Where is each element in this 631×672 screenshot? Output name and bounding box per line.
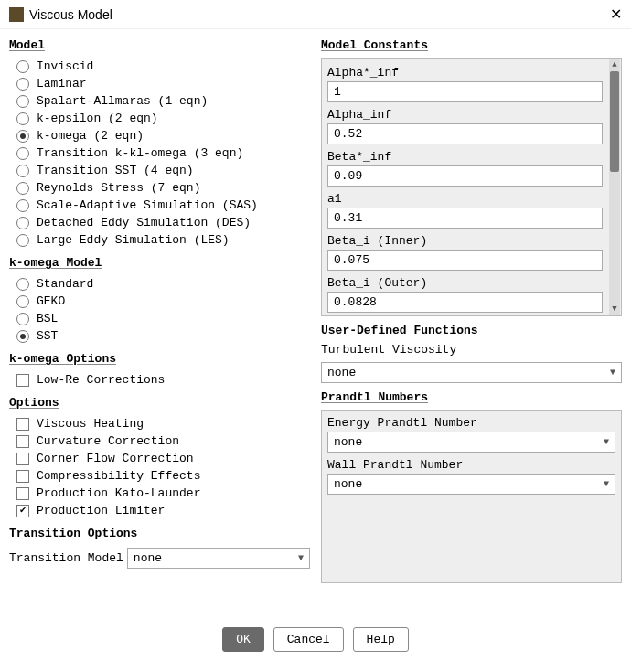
radio-icon	[16, 313, 29, 325]
model-radio[interactable]: Laminar	[9, 75, 310, 92]
radio-icon	[16, 112, 29, 125]
option-check[interactable]: Curvature Correction	[9, 432, 310, 450]
radio-label: Laminar	[37, 77, 87, 91]
radio-label: SST	[37, 329, 58, 343]
app-icon	[9, 7, 24, 22]
checkbox-label: Low-Re Corrections	[37, 373, 165, 387]
prandtl-label: Wall Prandtl Number	[327, 458, 615, 472]
udf-field-label: Turbulent Viscosity	[321, 343, 622, 357]
model-radio[interactable]: Spalart-Allmaras (1 eqn)	[9, 92, 310, 110]
option-check[interactable]: Production Limiter	[9, 502, 310, 519]
komega-radio[interactable]: BSL	[9, 310, 310, 327]
udf-value: none	[327, 366, 356, 379]
model-radio[interactable]: Detached Eddy Simulation (DES)	[9, 214, 310, 231]
radio-label: k-epsilon (2 eqn)	[37, 112, 158, 125]
group-udf: User-Defined Functions	[321, 324, 622, 337]
komega-radio[interactable]: Standard	[9, 275, 310, 293]
close-icon[interactable]: ✕	[610, 5, 622, 23]
window-title: Viscous Model	[29, 7, 112, 22]
prandtl-dropdown[interactable]: none▼	[327, 432, 615, 453]
radio-icon	[16, 217, 29, 229]
right-column: Model Constants Alpha*_infAlpha_infBeta*…	[316, 35, 627, 614]
prandtl-value: none	[334, 477, 362, 491]
group-komega-options: k-omega Options	[9, 352, 310, 366]
radio-icon	[16, 60, 29, 73]
option-check[interactable]: Compressibility Effects	[9, 467, 310, 485]
checkbox-label: Production Limiter	[37, 504, 165, 517]
transition-model-label: Transition Model	[9, 551, 123, 565]
cancel-button[interactable]: Cancel	[273, 627, 344, 652]
radio-label: k-omega (2 eqn)	[37, 129, 144, 143]
transition-model-value: none	[134, 551, 162, 565]
radio-icon	[16, 78, 29, 91]
dialog-buttons: OK Cancel Help	[0, 614, 631, 665]
checkbox-label: Corner Flow Correction	[37, 452, 194, 465]
transition-model-dropdown[interactable]: none ▼	[127, 548, 310, 569]
option-check[interactable]: Production Kato-Launder	[9, 485, 310, 502]
model-radio[interactable]: Reynolds Stress (7 eqn)	[9, 179, 310, 197]
chevron-down-icon: ▼	[604, 437, 609, 447]
constant-label: Beta*_inf	[327, 150, 603, 164]
constants-panel: Alpha*_infAlpha_infBeta*_infa1Beta_i (In…	[321, 58, 622, 316]
model-radio[interactable]: Inviscid	[9, 58, 310, 75]
constant-label: Beta_i (Outer)	[327, 276, 603, 290]
radio-label: Scale-Adaptive Simulation (SAS)	[37, 198, 258, 212]
checkbox-icon	[16, 374, 29, 387]
scroll-down-icon[interactable]: ▼	[609, 304, 620, 315]
model-radio[interactable]: Transition SST (4 eqn)	[9, 162, 310, 179]
radio-icon	[16, 234, 29, 247]
model-radio[interactable]: Transition k-kl-omega (3 eqn)	[9, 144, 310, 162]
radio-label: GEKO	[37, 294, 65, 308]
scroll-thumb[interactable]	[610, 71, 619, 172]
group-prandtl: Prandtl Numbers	[321, 390, 622, 404]
radio-icon	[16, 130, 29, 143]
radio-label: Detached Eddy Simulation (DES)	[37, 216, 251, 229]
titlebar: Viscous Model ✕	[0, 0, 631, 29]
checkbox-icon	[16, 435, 29, 448]
option-check[interactable]: Corner Flow Correction	[9, 450, 310, 467]
constant-input[interactable]	[327, 165, 603, 187]
scroll-up-icon[interactable]: ▲	[609, 59, 620, 70]
left-column: Model InviscidLaminarSpalart-Allmaras (1…	[4, 35, 316, 614]
udf-dropdown[interactable]: none ▼	[321, 362, 622, 383]
radio-icon	[16, 330, 29, 343]
option-check[interactable]: Viscous Heating	[9, 415, 310, 432]
radio-icon	[16, 165, 29, 177]
radio-icon	[16, 95, 29, 108]
constant-label: Alpha_inf	[327, 108, 603, 122]
constants-scrollbar[interactable]: ▲ ▼	[609, 59, 620, 315]
komega-radio[interactable]: GEKO	[9, 293, 310, 310]
constant-input[interactable]	[327, 292, 603, 313]
model-radio[interactable]: k-epsilon (2 eqn)	[9, 110, 310, 127]
group-model: Model	[9, 38, 310, 52]
prandtl-dropdown[interactable]: none▼	[327, 474, 615, 495]
help-button[interactable]: Help	[353, 627, 409, 652]
radio-icon	[16, 182, 29, 195]
radio-icon	[16, 278, 29, 291]
komega-radio[interactable]: SST	[9, 327, 310, 345]
checkbox-label: Production Kato-Launder	[37, 486, 200, 500]
group-transition: Transition Options	[9, 527, 310, 540]
radio-label: BSL	[37, 312, 58, 325]
checkbox-icon	[16, 470, 29, 483]
radio-icon	[16, 295, 29, 308]
radio-label: Reynolds Stress (7 eqn)	[37, 181, 200, 195]
radio-label: Standard	[37, 277, 93, 291]
model-radio[interactable]: Scale-Adaptive Simulation (SAS)	[9, 197, 310, 214]
checkbox-icon	[16, 505, 29, 517]
constant-input[interactable]	[327, 208, 603, 229]
model-radio[interactable]: k-omega (2 eqn)	[9, 127, 310, 144]
model-radio[interactable]: Large Eddy Simulation (LES)	[9, 231, 310, 249]
group-komega-model: k-omega Model	[9, 256, 310, 270]
constant-input[interactable]	[327, 250, 603, 271]
checkbox-label: Viscous Heating	[37, 417, 144, 431]
radio-label: Large Eddy Simulation (LES)	[37, 233, 230, 247]
group-options: Options	[9, 396, 310, 410]
chevron-down-icon: ▼	[298, 553, 304, 563]
komega-opt-check[interactable]: Low-Re Corrections	[9, 371, 310, 389]
constant-input[interactable]	[327, 81, 603, 102]
ok-button[interactable]: OK	[222, 627, 264, 652]
constant-input[interactable]	[327, 123, 603, 144]
chevron-down-icon: ▼	[610, 368, 615, 378]
radio-label: Transition k-kl-omega (3 eqn)	[37, 146, 243, 160]
